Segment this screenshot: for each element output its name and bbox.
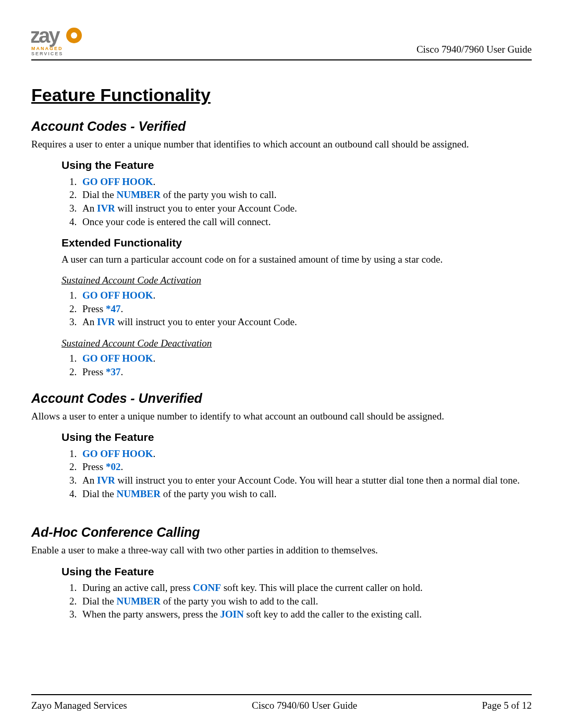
- zayo-logo-icon: zay MANAGED SERVICES: [31, 25, 99, 56]
- steps-activation: GO OFF HOOK.Press *47.An IVR will instru…: [62, 289, 532, 329]
- keyword: CONF: [193, 582, 221, 593]
- step: Dial the NUMBER of the party you wish to…: [79, 189, 532, 202]
- section-desc-verified: Requires a user to enter a unique number…: [31, 138, 532, 151]
- page-header: zay MANAGED SERVICES Cisco 7940/7960 Use…: [31, 25, 532, 60]
- steps-unverified-using: GO OFF HOOK.Press *02.An IVR will instru…: [62, 448, 532, 501]
- svg-text:MANAGED: MANAGED: [31, 46, 63, 51]
- section-desc-adhoc: Enable a user to make a three-way call w…: [31, 544, 532, 557]
- footer-center: Cisco 7940/60 User Guide: [252, 699, 357, 712]
- step: When the party answers, press the JOIN s…: [79, 608, 532, 621]
- subsection-extended: Extended Functionality: [62, 236, 532, 250]
- step: Press *02.: [79, 461, 532, 474]
- keyword: *02: [106, 461, 121, 472]
- step: GO OFF HOOK.: [79, 289, 532, 302]
- procedure-activation: Sustained Account Code Activation: [62, 274, 532, 287]
- keyword: NUMBER: [116, 488, 160, 499]
- keyword: IVR: [97, 475, 115, 486]
- steps-deactivation: GO OFF HOOK.Press *37.: [62, 352, 532, 378]
- keyword: *37: [106, 366, 121, 377]
- document-body: Feature Functionality Account Codes - Ve…: [31, 79, 532, 673]
- keyword: NUMBER: [116, 596, 160, 607]
- step: Dial the NUMBER of the party you wish to…: [79, 595, 532, 608]
- step: An IVR will instruct you to enter your A…: [79, 202, 532, 215]
- keyword: GO OFF HOOK: [82, 353, 153, 364]
- keyword: NUMBER: [116, 189, 160, 200]
- step: GO OFF HOOK.: [79, 352, 532, 365]
- step: Press *47.: [79, 303, 532, 316]
- section-heading-unverified: Account Codes - Unverified: [31, 390, 532, 407]
- page-title: Feature Functionality: [31, 83, 532, 106]
- step: GO OFF HOOK.: [79, 176, 532, 189]
- footer-right: Page 5 of 12: [482, 699, 532, 712]
- svg-point-2: [71, 32, 77, 39]
- keyword: IVR: [97, 316, 115, 327]
- subsection-using-unverified: Using the Feature: [62, 430, 532, 444]
- header-doc-title: Cisco 7940/7960 User Guide: [417, 43, 532, 56]
- step: An IVR will instruct you to enter your A…: [79, 474, 532, 487]
- steps-adhoc-using: During an active call, press CONF soft k…: [62, 582, 532, 621]
- steps-verified-using: GO OFF HOOK.Dial the NUMBER of the party…: [62, 176, 532, 229]
- section-desc-unverified: Allows a user to enter a unique number t…: [31, 410, 532, 423]
- keyword: GO OFF HOOK: [82, 176, 153, 187]
- page-footer: Zayo Managed Services Cisco 7940/60 User…: [31, 694, 532, 712]
- keyword: JOIN: [220, 609, 243, 620]
- keyword: *47: [106, 303, 121, 314]
- subsection-using-adhoc: Using the Feature: [62, 564, 532, 578]
- logo: zay MANAGED SERVICES: [31, 25, 99, 56]
- step: Press *37.: [79, 366, 532, 379]
- procedure-deactivation: Sustained Account Code Deactivation: [62, 337, 532, 350]
- step: GO OFF HOOK.: [79, 448, 532, 461]
- keyword: GO OFF HOOK: [82, 448, 153, 459]
- keyword: GO OFF HOOK: [82, 290, 153, 301]
- section-heading-adhoc: Ad-Hoc Conference Calling: [31, 524, 532, 541]
- svg-text:SERVICES: SERVICES: [31, 51, 63, 56]
- keyword: IVR: [97, 203, 115, 214]
- document-page: zay MANAGED SERVICES Cisco 7940/7960 Use…: [0, 0, 563, 728]
- step: During an active call, press CONF soft k…: [79, 582, 532, 595]
- subsection-using-verified: Using the Feature: [62, 158, 532, 172]
- footer-left: Zayo Managed Services: [31, 699, 127, 712]
- extended-desc: A user can turn a particular account cod…: [62, 253, 532, 266]
- svg-text:zay: zay: [31, 25, 60, 47]
- step: Once your code is entered the call will …: [79, 216, 532, 229]
- step: An IVR will instruct you to enter your A…: [79, 316, 532, 329]
- step: Dial the NUMBER of the party you wish to…: [79, 488, 532, 501]
- section-heading-verified: Account Codes - Verified: [31, 118, 532, 135]
